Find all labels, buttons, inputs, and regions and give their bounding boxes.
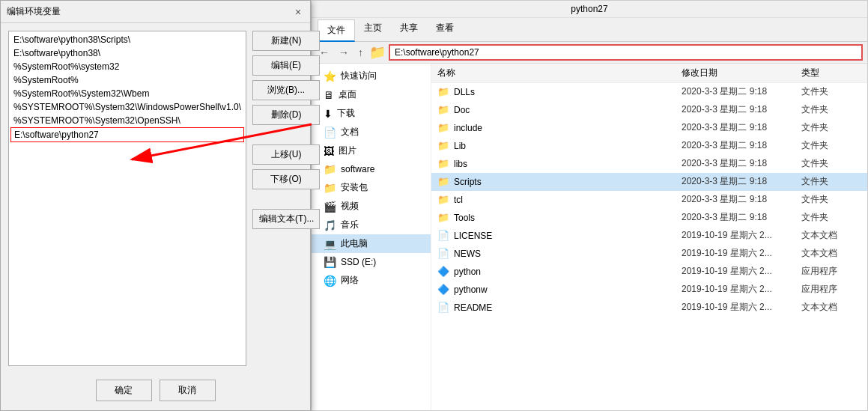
file-type: 文件夹	[801, 103, 861, 116]
table-row[interactable]: 📁 libs 2020-3-3 星期二 9:18 文件夹	[431, 155, 867, 173]
file-date: 2020-3-3 星期二 9:18	[682, 85, 801, 98]
file-name: DLLs	[454, 87, 682, 97]
table-row[interactable]: 🔷 python 2019-10-19 星期六 2... 应用程序	[431, 263, 867, 281]
table-row[interactable]: 📄 LICENSE 2019-10-19 星期六 2... 文本文档	[431, 227, 867, 245]
explorer-content: ⭐快速访问🖥桌面⬇下载📄文档🖼图片📁software📁安装包🎬视频🎵音乐💻此电脑…	[312, 64, 867, 410]
table-row[interactable]: 📁 Lib 2020-3-3 星期二 9:18 文件夹	[431, 137, 867, 155]
file-name: include	[454, 123, 682, 133]
nav-label: 安装包	[341, 181, 368, 194]
file-date: 2020-3-3 星期二 9:18	[682, 103, 801, 116]
file-name: Lib	[454, 141, 682, 151]
file-date: 2019-10-19 星期六 2...	[682, 265, 801, 278]
file-date: 2020-3-3 星期二 9:18	[682, 211, 801, 224]
file-type: 文件夹	[801, 139, 861, 152]
nav-item-software[interactable]: 📁software	[312, 160, 431, 178]
file-icon: 🔷	[437, 266, 449, 277]
file-type: 应用程序	[801, 283, 861, 296]
file-type: 文件夹	[801, 193, 861, 206]
file-icon: 📄	[437, 302, 449, 313]
file-icon: 📁	[437, 140, 449, 151]
file-type: 文件夹	[801, 175, 861, 188]
table-row[interactable]: 📁 Doc 2020-3-3 星期二 9:18 文件夹	[431, 101, 867, 119]
nav-label: 视频	[341, 200, 359, 213]
file-name: NEWS	[454, 249, 682, 259]
up-button[interactable]: ↑	[355, 45, 366, 60]
nav-icon: 💾	[324, 256, 336, 268]
table-row[interactable]: 📁 include 2020-3-3 星期二 9:18 文件夹	[431, 119, 867, 137]
table-row[interactable]: 📄 README 2019-10-19 星期六 2... 文本文档	[431, 299, 867, 317]
col-type-header[interactable]: 类型	[801, 67, 861, 79]
nav-icon: 🖼	[324, 145, 334, 157]
address-input[interactable]	[389, 44, 863, 61]
address-bar: ← → ↑ 📁	[312, 42, 867, 64]
table-row[interactable]: 🔷 pythonw 2019-10-19 星期六 2... 应用程序	[431, 281, 867, 299]
nav-label: software	[341, 164, 374, 174]
file-name: pythonw	[454, 284, 682, 295]
files-pane: 名称 修改日期 类型 📁 DLLs 2020-3-3 星期二 9:18 文件夹 …	[431, 64, 867, 410]
nav-icon: 🎬	[324, 201, 336, 213]
file-icon: 📁	[437, 194, 449, 205]
nav-item-此电脑[interactable]: 💻此电脑	[312, 234, 431, 253]
nav-item-视频[interactable]: 🎬视频	[312, 197, 431, 216]
file-date: 2019-10-19 星期六 2...	[682, 247, 801, 260]
ribbon-tabs: 文件 主页 共享 查看	[312, 18, 867, 42]
file-date: 2019-10-19 星期六 2...	[682, 283, 801, 296]
file-name: python	[454, 267, 682, 277]
file-type: 文件夹	[801, 157, 861, 170]
edit-env-var-dialog: 编辑环境变量 × E:\software\python38\Scripts\E:…	[0, 0, 311, 411]
table-row[interactable]: 📁 tcl 2020-3-3 星期二 9:18 文件夹	[431, 191, 867, 209]
nav-label: 快速访问	[341, 70, 377, 82]
nav-icon: 📁	[324, 182, 336, 194]
files-header: 名称 修改日期 类型	[431, 64, 867, 83]
file-name: Scripts	[454, 177, 682, 187]
file-name: LICENSE	[454, 231, 682, 241]
nav-icon: ⭐	[324, 70, 336, 82]
nav-item-SSD (E:)[interactable]: 💾SSD (E:)	[312, 253, 431, 271]
nav-icon: 🌐	[324, 275, 336, 287]
tab-view[interactable]: 查看	[427, 18, 463, 41]
col-date-header[interactable]: 修改日期	[682, 67, 801, 79]
file-date: 2020-3-3 星期二 9:18	[682, 175, 801, 188]
nav-label: 图片	[339, 144, 356, 157]
nav-item-文档[interactable]: 📄文档	[312, 123, 431, 141]
files-list: 📁 DLLs 2020-3-3 星期二 9:18 文件夹 📁 Doc 2020-…	[431, 83, 867, 317]
forward-button[interactable]: →	[336, 45, 352, 60]
file-date: 2020-3-3 星期二 9:18	[682, 157, 801, 170]
table-row[interactable]: 📁 Scripts 2020-3-3 星期二 9:18 文件夹	[431, 173, 867, 191]
nav-item-图片[interactable]: 🖼图片	[312, 141, 431, 160]
nav-item-音乐[interactable]: 🎵音乐	[312, 216, 431, 234]
nav-icon: 📄	[324, 127, 336, 138]
tab-home[interactable]: 主页	[355, 18, 391, 41]
nav-label: 文档	[341, 126, 359, 138]
file-type: 文件夹	[801, 121, 861, 134]
file-icon: 📄	[437, 230, 449, 241]
file-name: tcl	[454, 195, 682, 205]
file-date: 2019-10-19 星期六 2...	[682, 301, 801, 314]
file-icon: 📁	[437, 122, 449, 133]
file-type: 文件夹	[801, 211, 861, 224]
tab-share[interactable]: 共享	[391, 18, 427, 41]
table-row[interactable]: 📁 Tools 2020-3-3 星期二 9:18 文件夹	[431, 209, 867, 227]
tab-file[interactable]: 文件	[318, 19, 355, 42]
nav-icon: 🎵	[324, 219, 336, 231]
table-row[interactable]: 📁 DLLs 2020-3-3 星期二 9:18 文件夹	[431, 83, 867, 101]
file-type: 文件夹	[801, 85, 861, 98]
nav-item-快速访问[interactable]: ⭐快速访问	[312, 67, 431, 85]
nav-item-安装包[interactable]: 📁安装包	[312, 178, 431, 197]
nav-item-桌面[interactable]: 🖥桌面	[312, 85, 431, 104]
file-icon: 📁	[437, 104, 449, 115]
arrow-annotation	[1, 1, 312, 411]
file-icon: 📁	[437, 176, 449, 187]
file-name: Doc	[454, 105, 682, 115]
nav-item-网络[interactable]: 🌐网络	[312, 271, 431, 290]
file-name: README	[454, 302, 682, 313]
file-type: 文本文档	[801, 229, 861, 242]
navigation-pane: ⭐快速访问🖥桌面⬇下载📄文档🖼图片📁software📁安装包🎬视频🎵音乐💻此电脑…	[312, 64, 431, 410]
file-date: 2020-3-3 星期二 9:18	[682, 121, 801, 134]
col-name-header[interactable]: 名称	[437, 67, 682, 79]
file-icon: 📁	[437, 86, 449, 97]
nav-item-下载[interactable]: ⬇下载	[312, 104, 431, 123]
file-icon: 📄	[437, 248, 449, 259]
file-icon: 📁	[437, 212, 449, 223]
table-row[interactable]: 📄 NEWS 2019-10-19 星期六 2... 文本文档	[431, 245, 867, 263]
